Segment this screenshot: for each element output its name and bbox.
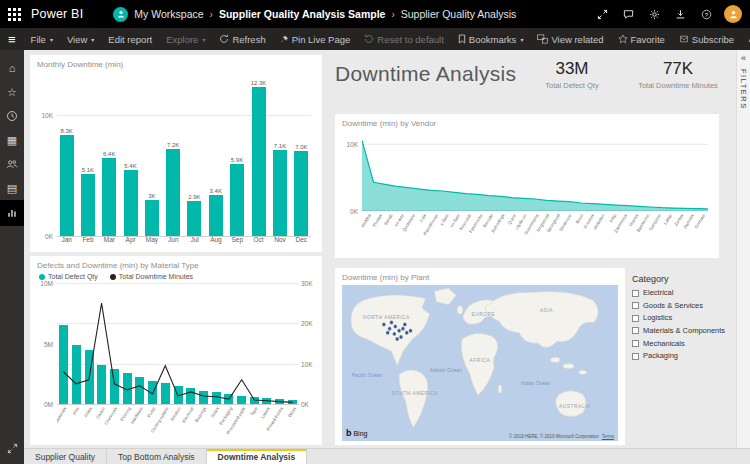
download-icon[interactable] xyxy=(675,9,686,20)
breadcrumb-report-name[interactable]: Supplier Quality Analysis xyxy=(401,8,517,20)
plant-dot[interactable] xyxy=(397,329,401,333)
breadcrumb-app-name[interactable]: Supplier Quality Analysis Sample xyxy=(219,8,386,20)
toolbar-share[interactable]: Share xyxy=(741,28,750,50)
material-combo-chart[interactable]: Defects and Downtime (min) by Material T… xyxy=(30,256,322,445)
bing-logo[interactable]: b Bing xyxy=(346,428,367,438)
bar-sep[interactable] xyxy=(230,164,244,236)
bar-jan[interactable] xyxy=(60,135,74,236)
legend-item-total-downtime-minutes[interactable]: Total Downtime Minutes xyxy=(110,273,193,280)
plant-dot[interactable] xyxy=(395,337,399,341)
slicer-option-packaging[interactable]: Packaging xyxy=(632,352,732,361)
plant-dot[interactable] xyxy=(382,323,386,327)
toolbar-explore[interactable]: Explore▾ xyxy=(159,28,212,50)
kpi-total-defect-qty[interactable]: 33M Total Defect Qty xyxy=(516,59,628,90)
workspace-avatar-icon[interactable] xyxy=(113,7,128,22)
sidebar-item-workspaces[interactable]: ▤ xyxy=(0,176,24,200)
x-axis-label: Oct xyxy=(251,236,266,247)
y-axis-label-left: 5M xyxy=(37,340,53,347)
sidebar-item-recent[interactable] xyxy=(0,104,24,128)
monthly-downtime-chart[interactable]: Monthly Downtime (min) 10K0K8.3K5.1K6.4K… xyxy=(30,55,322,252)
sidebar-item-apps[interactable]: ▦ xyxy=(0,128,24,152)
fit-to-window-icon[interactable] xyxy=(7,440,18,458)
plant-dot[interactable] xyxy=(409,329,413,333)
checkbox-icon[interactable] xyxy=(632,340,639,347)
toolbar-reset-to-default[interactable]: Reset to default xyxy=(357,28,451,50)
downtime-line-series[interactable] xyxy=(57,283,299,404)
help-icon[interactable]: ? xyxy=(701,9,712,20)
bar-may[interactable] xyxy=(145,200,159,236)
plant-dot[interactable] xyxy=(401,327,405,331)
bar-dec[interactable] xyxy=(294,151,308,236)
app-launcher-icon[interactable] xyxy=(8,8,21,21)
terms-link[interactable]: Terms xyxy=(602,434,614,439)
slicer-option-label: Packaging xyxy=(643,352,678,361)
fullscreen-icon[interactable] xyxy=(597,9,608,20)
sidebar-item-current-report[interactable] xyxy=(0,200,24,226)
checkbox-icon[interactable] xyxy=(632,327,639,334)
app-title[interactable]: Power BI xyxy=(31,7,83,21)
plant-dot[interactable] xyxy=(390,320,394,324)
vendor-name: Reddoit xyxy=(362,213,372,228)
vendor-area-plot[interactable] xyxy=(362,131,708,211)
bar-feb[interactable] xyxy=(81,174,95,236)
menu-icon[interactable]: ≡ xyxy=(0,32,24,47)
bar-oct[interactable] xyxy=(252,87,266,236)
plant-dot[interactable] xyxy=(388,327,392,331)
toolbar-favorite[interactable]: Favorite xyxy=(611,28,672,50)
toolbar-refresh[interactable]: Refresh xyxy=(212,28,272,50)
toolbar-pin-live-page[interactable]: Pin Live Page xyxy=(273,28,358,50)
plant-dot[interactable] xyxy=(393,325,397,329)
toolbar-file[interactable]: File▾ xyxy=(24,28,60,50)
collapse-icon[interactable]: « xyxy=(741,53,746,63)
slicer-options: ElectricalGoods & ServicesLogisticsMater… xyxy=(632,289,732,361)
x-axis-label: Cooling system xyxy=(159,404,172,440)
toolbar-subscribe[interactable]: Subscribe xyxy=(672,28,741,50)
plant-map-visual[interactable]: Downtime (min) by Plant xyxy=(335,268,625,445)
sidebar-item-shared[interactable] xyxy=(0,152,24,176)
checkbox-icon[interactable] xyxy=(632,290,639,297)
toolbar-view-related[interactable]: View related xyxy=(530,28,610,50)
user-avatar[interactable] xyxy=(724,5,742,23)
kpi-total-downtime-minutes[interactable]: 77K Total Downtime Minutes xyxy=(622,59,734,90)
plant-dot[interactable] xyxy=(403,323,407,327)
bar-apr[interactable] xyxy=(124,170,138,236)
category-slicer[interactable]: Category ElectricalGoods & ServicesLogis… xyxy=(632,274,732,365)
kpi-caption: Total Downtime Minutes xyxy=(622,81,734,90)
plant-dot[interactable] xyxy=(386,331,390,335)
map-container[interactable]: NORTH AMERICAEUROPEASIAAFRICASOUTH AMERI… xyxy=(342,285,618,441)
bar-jul[interactable] xyxy=(187,201,201,236)
slicer-option-logistics[interactable]: Logistics xyxy=(632,314,732,323)
plant-dot[interactable] xyxy=(405,331,409,335)
checkbox-icon[interactable] xyxy=(632,302,639,309)
plant-dot[interactable] xyxy=(393,332,397,336)
vendor-downtime-chart[interactable]: Downtime (min) by Vendor 10K0K ReddoitPl… xyxy=(335,114,719,258)
bar-mar[interactable] xyxy=(102,158,116,236)
toolbar-label: View related xyxy=(551,34,603,45)
x-axis-label: Zaxemelux xyxy=(619,211,630,253)
tab-label: Downtime Analysis xyxy=(218,452,296,462)
breadcrumb-workspace[interactable]: My Workspace xyxy=(134,8,203,20)
comments-icon[interactable] xyxy=(623,9,634,20)
sidebar-item-home[interactable]: ⌂ xyxy=(0,56,24,80)
tab-downtime-analysis[interactable]: Downtime Analysis xyxy=(207,449,308,464)
slicer-option-mechanicals[interactable]: Mechanicals xyxy=(632,340,732,349)
x-axis-label: Chemicals xyxy=(108,404,121,440)
tab-top-bottom-analysis[interactable]: Top Bottom Analysis xyxy=(107,449,207,464)
slicer-option-goods-services[interactable]: Goods & Services xyxy=(632,302,732,311)
tab-supplier-quality[interactable]: Supplier Quality xyxy=(24,449,107,464)
settings-icon[interactable] xyxy=(649,9,660,20)
toolbar-edit-report[interactable]: Edit report xyxy=(101,28,159,50)
filters-pane-collapsed[interactable]: « FILTERS xyxy=(736,50,750,448)
toolbar-view[interactable]: View▾ xyxy=(60,28,101,50)
checkbox-icon[interactable] xyxy=(632,315,639,322)
sidebar-item-favorites[interactable]: ☆ xyxy=(0,80,24,104)
slicer-option-electrical[interactable]: Electrical xyxy=(632,289,732,298)
bar-jun[interactable] xyxy=(166,149,180,236)
bar-nov[interactable] xyxy=(273,150,287,236)
bar-aug[interactable] xyxy=(209,195,223,236)
checkbox-icon[interactable] xyxy=(632,353,639,360)
toolbar-bookmarks[interactable]: Bookmarks▾ xyxy=(451,28,531,50)
plant-dot[interactable] xyxy=(399,335,403,339)
world-map[interactable]: NORTH AMERICAEUROPEASIAAFRICASOUTH AMERI… xyxy=(342,285,618,441)
slicer-option-materials-components[interactable]: Materials & Components xyxy=(632,327,732,336)
